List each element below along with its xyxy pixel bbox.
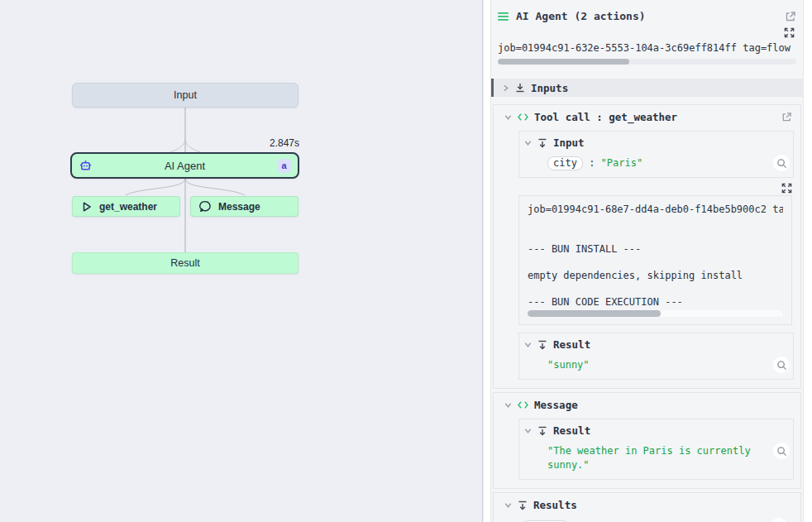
message-result-box: Result "The weather in Paris is currentl… (518, 419, 794, 480)
section-inputs[interactable]: Inputs (491, 79, 803, 97)
tool-call-input-label: Input (553, 136, 585, 149)
results-header[interactable]: Results (497, 499, 797, 511)
flow-job-id: job=01994c91-632e-5553-104a-3c69eff814ff… (498, 42, 796, 54)
flow-node-message-label: Message (218, 201, 260, 213)
chevron-down-icon (504, 501, 512, 509)
search-icon[interactable] (773, 443, 790, 459)
message-result-value: "The weather in Paris is currently sunny… (547, 445, 751, 471)
flow-node-result[interactable]: Result (72, 252, 299, 274)
play-icon (81, 201, 93, 213)
flow-node-message[interactable]: Message (190, 196, 299, 217)
section-inputs-label: Inputs (531, 82, 568, 94)
external-link-icon[interactable] (781, 112, 792, 122)
tool-call-result-row: "sunny" (519, 358, 793, 372)
flow-node-get-weather[interactable]: get_weather (72, 196, 180, 217)
flow-node-get-weather-label: get_weather (99, 201, 157, 213)
tool-call-result-value: "sunny" (547, 359, 590, 371)
tool-call-input-box: Input city : "Paris" (518, 131, 794, 178)
external-link-icon[interactable] (785, 11, 796, 22)
chevron-down-icon (504, 401, 512, 409)
flow-node-input-label: Input (174, 89, 197, 101)
flow-node-ai-agent-label: AI Agent (93, 160, 277, 172)
search-icon[interactable] (771, 518, 787, 522)
flow-node-result-label: Result (170, 257, 199, 269)
input-city-row: city : "Paris" (519, 156, 793, 170)
panel-scrollbar[interactable] (803, 0, 812, 522)
flow-node-input[interactable]: Input (72, 83, 299, 108)
message-header[interactable]: Message (497, 399, 797, 411)
run-details-panel: AI Agent (2 actions) job=01994c91-632e-5… (490, 0, 803, 522)
tool-call-label: Tool call : get_weather (534, 111, 677, 123)
search-icon[interactable] (773, 357, 790, 373)
results-label: Results (533, 499, 577, 511)
flow-node-ai-agent[interactable]: AI Agent a (70, 152, 299, 179)
input-city-value: "Paris" (601, 157, 643, 169)
agent-badge: a (277, 159, 291, 173)
chevron-down-icon (524, 341, 532, 348)
colon: : (589, 157, 600, 169)
section-tool-call: Tool call : get_weather (493, 104, 801, 389)
tool-call-input-header[interactable]: Input (519, 136, 793, 149)
tool-job-log-text: job=01994c91-68e7-dd4a-deb0-f14be5b900c2… (528, 203, 783, 309)
arrow-down-from-line-icon (537, 340, 547, 350)
download-icon (515, 83, 525, 93)
panel-title: AI Agent (2 actions) (516, 10, 778, 22)
tool-call-header[interactable]: Tool call : get_weather (497, 111, 797, 123)
code-icon (518, 400, 528, 409)
expand-icon[interactable] (781, 183, 792, 194)
chevron-down-icon (524, 427, 532, 434)
code-icon (518, 113, 528, 122)
tool-job-progress-bar (528, 310, 783, 317)
flow-canvas[interactable]: Input 2.847s AI Agent a (0, 0, 483, 522)
chevron-right-icon (502, 84, 509, 92)
message-label: Message (534, 399, 578, 411)
app-window: Input 2.847s AI Agent a (0, 0, 812, 522)
arrow-down-from-line-icon (518, 500, 528, 510)
tool-call-result-label: Result (553, 338, 590, 351)
tool-call-result-box: Result "sunny" (518, 333, 794, 380)
panel-resize-gutter[interactable] (484, 0, 490, 522)
message-result-header[interactable]: Result (519, 424, 793, 437)
section-message: Message Result (493, 392, 801, 489)
tool-call-result-header[interactable]: Result (519, 338, 793, 351)
tool-job-log: job=01994c91-68e7-dd4a-deb0-f14be5b900c2… (518, 195, 792, 325)
chevron-down-icon (524, 139, 532, 146)
panel-header: AI Agent (2 actions) job=01994c91-632e-5… (491, 0, 803, 65)
agent-duration: 2.847s (217, 137, 299, 149)
search-icon[interactable] (773, 155, 790, 171)
log-lines-icon (498, 12, 509, 22)
message-result-label: Result (553, 424, 590, 437)
section-results: Results output : "The weather in Paris i… (493, 492, 801, 522)
key-pill-city: city (547, 156, 583, 170)
message-result-row: "The weather in Paris is currently sunny… (519, 444, 793, 472)
robot-icon (79, 159, 93, 173)
expand-icon[interactable] (784, 27, 795, 38)
message-bubble-icon (199, 200, 212, 213)
arrow-down-from-line-icon (537, 426, 547, 436)
flow-progress-bar (498, 59, 796, 65)
arrow-down-from-line-icon (537, 138, 547, 148)
chevron-down-icon (504, 113, 512, 121)
